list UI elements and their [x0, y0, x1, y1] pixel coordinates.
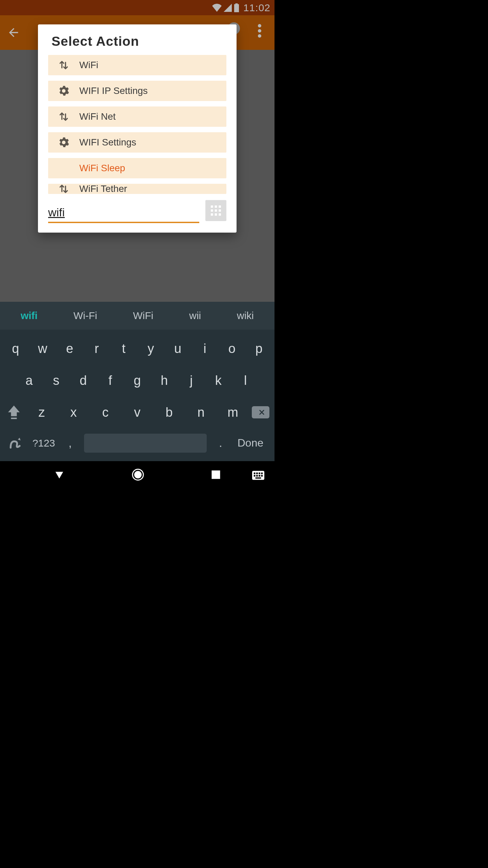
action-item[interactable]: WiFi Sleep — [48, 158, 226, 178]
swap-icon — [48, 184, 79, 194]
action-search-input[interactable] — [48, 204, 199, 223]
symbols-key[interactable]: ?123 — [28, 437, 59, 449]
svg-point-16 — [134, 471, 142, 478]
key-y[interactable]: y — [137, 336, 164, 361]
svg-rect-17 — [212, 471, 220, 479]
key-u[interactable]: u — [164, 336, 191, 361]
swap-icon — [48, 111, 79, 122]
key-d[interactable]: d — [70, 368, 97, 393]
nav-back-button[interactable] — [54, 469, 65, 480]
svg-rect-26 — [261, 475, 263, 477]
select-action-dialog: Select Action WiFiWIFI IP SettingsWiFi N… — [38, 24, 237, 233]
suggestion[interactable]: wii — [184, 307, 206, 325]
svg-rect-13 — [219, 213, 221, 216]
key-row-3: zxcvbnm — [2, 400, 272, 425]
action-label: WIFI Settings — [79, 137, 136, 148]
action-item[interactable]: WiFi Tether — [48, 184, 226, 194]
action-item[interactable]: WiFi Net — [48, 106, 226, 127]
key-z[interactable]: z — [26, 400, 58, 425]
suggestion[interactable]: Wi-Fi — [69, 307, 102, 325]
svg-rect-11 — [211, 213, 213, 216]
key-t[interactable]: t — [110, 336, 137, 361]
svg-rect-7 — [219, 205, 221, 208]
key-o[interactable]: o — [218, 336, 245, 361]
svg-rect-23 — [254, 475, 256, 477]
svg-rect-5 — [211, 205, 213, 208]
suggestion[interactable]: wiki — [232, 307, 259, 325]
action-item[interactable]: WIFI IP Settings — [48, 81, 226, 101]
key-c[interactable]: c — [89, 400, 121, 425]
key-q[interactable]: q — [2, 336, 29, 361]
grid-view-button[interactable] — [205, 200, 226, 221]
key-g[interactable]: g — [124, 368, 151, 393]
key-k[interactable]: k — [205, 368, 232, 393]
key-row-2: asdfghjkl — [2, 368, 272, 393]
action-label: WiFi — [79, 60, 98, 71]
key-r[interactable]: r — [83, 336, 110, 361]
svg-rect-20 — [256, 473, 258, 474]
svg-rect-27 — [256, 477, 261, 479]
gear-icon — [48, 85, 79, 96]
swap-icon — [48, 60, 79, 71]
action-list: WiFiWIFI IP SettingsWiFi NetWIFI Setting… — [38, 55, 237, 194]
suggestion[interactable]: WiFi — [128, 307, 158, 325]
svg-rect-14 — [11, 418, 17, 419]
key-f[interactable]: f — [97, 368, 124, 393]
nav-recents-button[interactable] — [211, 470, 221, 480]
ime-switch-button[interactable] — [252, 471, 264, 481]
svg-rect-9 — [215, 210, 217, 212]
backspace-key[interactable] — [249, 406, 272, 418]
action-label: WIFI IP Settings — [79, 85, 148, 96]
suggestion[interactable]: wifi — [16, 307, 42, 325]
key-l[interactable]: l — [232, 368, 259, 393]
key-x[interactable]: x — [58, 400, 89, 425]
action-item[interactable]: WIFI Settings — [48, 132, 226, 153]
action-label: WiFi Sleep — [79, 163, 125, 174]
key-s[interactable]: s — [43, 368, 70, 393]
svg-rect-25 — [259, 475, 260, 477]
svg-rect-12 — [215, 213, 217, 216]
key-e[interactable]: e — [56, 336, 83, 361]
nav-home-button[interactable] — [131, 468, 145, 481]
svg-rect-8 — [211, 210, 213, 212]
key-j[interactable]: j — [178, 368, 205, 393]
key-a[interactable]: a — [16, 368, 43, 393]
done-key[interactable]: Done — [232, 437, 269, 449]
comma-key[interactable]: , — [62, 436, 79, 450]
gear-icon — [48, 137, 79, 148]
key-w[interactable]: w — [29, 336, 56, 361]
key-row-1: qwertyuiop — [2, 336, 272, 361]
dialog-title: Select Action — [38, 24, 237, 55]
svg-rect-24 — [256, 475, 258, 477]
key-p[interactable]: p — [245, 336, 272, 361]
key-b[interactable]: b — [153, 400, 185, 425]
svg-rect-21 — [259, 473, 260, 474]
key-m[interactable]: m — [217, 400, 249, 425]
gesture-typing-key[interactable] — [5, 437, 26, 450]
key-h[interactable]: h — [151, 368, 178, 393]
period-key[interactable]: . — [212, 436, 229, 450]
navigation-bar — [0, 461, 274, 488]
svg-rect-22 — [261, 473, 263, 474]
soft-keyboard: wifiWi-FiWiFiwiiwiki qwertyuiop asdfghjk… — [0, 302, 274, 461]
key-n[interactable]: n — [185, 400, 217, 425]
suggestion-bar: wifiWi-FiWiFiwiiwiki — [0, 302, 274, 330]
svg-rect-6 — [215, 205, 217, 208]
svg-rect-19 — [254, 473, 256, 474]
action-label: WiFi Net — [79, 111, 116, 122]
dialog-search-row — [38, 194, 237, 226]
shift-key[interactable] — [2, 406, 26, 419]
space-key[interactable] — [84, 434, 207, 453]
action-item[interactable]: WiFi — [48, 55, 226, 75]
key-row-bottom: ?123 , . Done — [2, 432, 272, 457]
svg-rect-10 — [219, 210, 221, 212]
action-label: WiFi Tether — [79, 184, 127, 194]
key-i[interactable]: i — [191, 336, 219, 361]
key-v[interactable]: v — [121, 400, 153, 425]
